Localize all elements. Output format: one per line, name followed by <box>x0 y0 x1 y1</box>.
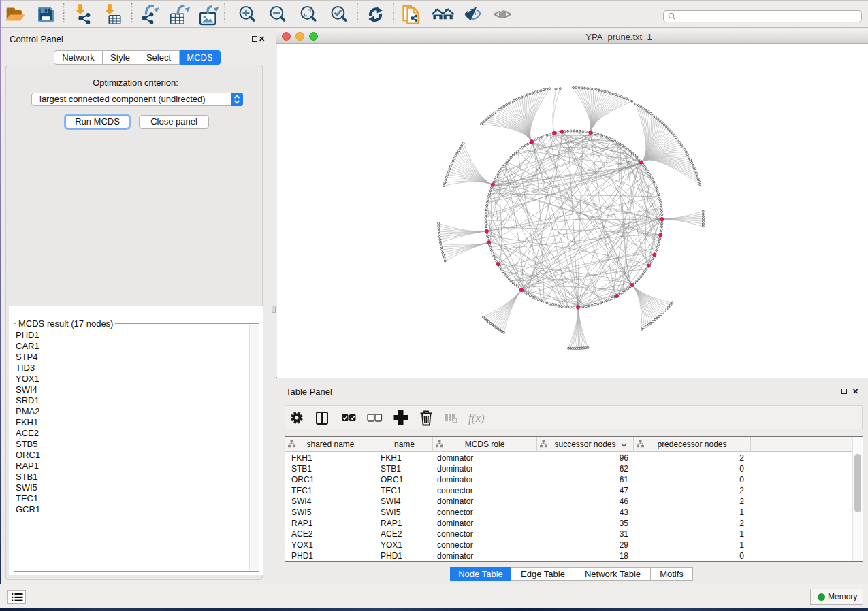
svg-text:f(x): f(x) <box>468 412 485 425</box>
